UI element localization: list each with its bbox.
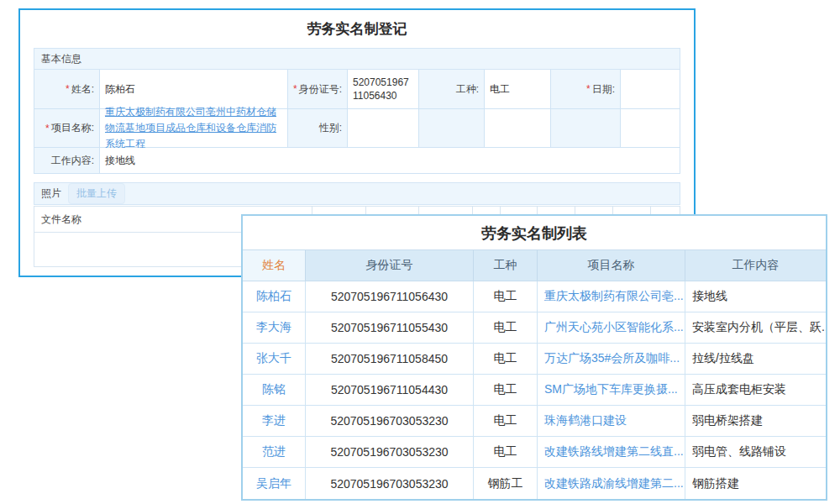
section-photo: 照片 批量上传: [34, 182, 680, 205]
worker-name-link[interactable]: 吴启年: [256, 476, 291, 491]
project-link[interactable]: 改建铁路成渝线增建第二...: [544, 476, 684, 491]
required-asterisk: *: [45, 123, 50, 134]
cell-name: 陈柏石: [243, 281, 306, 312]
id-number-value: 520705196711056430: [348, 70, 419, 109]
cell-name: 李大海: [243, 312, 306, 343]
required-asterisk: *: [293, 83, 297, 95]
page: 劳务实名制登记 基本信息 * 姓名: 陈柏石 * 身份证号: 520705196…: [0, 0, 840, 504]
section-basic-info: 基本信息: [34, 48, 680, 70]
project-link[interactable]: 重庆太极制药有限公司亳...: [544, 289, 684, 304]
name-label: * 姓名:: [34, 70, 100, 109]
cell-content: 拉线/拉线盘: [685, 344, 826, 374]
cell-name: 张大千: [243, 344, 306, 374]
empty-value-cell: [485, 109, 551, 148]
cell-id: 520705196711055430: [306, 312, 474, 343]
column-header-work-type: 工种: [474, 250, 538, 281]
cell-work-type: 电工: [474, 281, 538, 312]
cell-project: 重庆太极制药有限公司亳...: [538, 281, 685, 312]
table-row: 陈柏石 520705196711056430 电工 重庆太极制药有限公司亳...…: [243, 281, 826, 312]
column-header-content: 工作内容: [685, 250, 826, 281]
worker-name-link[interactable]: 陈柏石: [256, 289, 291, 304]
worker-name-link[interactable]: 李大海: [256, 320, 291, 335]
required-asterisk: *: [66, 83, 70, 95]
cell-work-type: 电工: [474, 437, 538, 467]
id-number-text: 520705196711056430: [353, 76, 413, 102]
project-name-label-text: 项目名称:: [51, 121, 94, 135]
cell-name: 李进: [243, 406, 306, 436]
worker-name-link[interactable]: 李进: [262, 413, 286, 428]
work-type-label: 工种:: [419, 70, 485, 109]
project-name-value: 重庆太极制药有限公司亳州中药材仓储物流基地项目成品仓库和设备仓库消防系统工程: [100, 109, 288, 148]
cell-id: 520705196703053230: [306, 437, 474, 467]
worker-name-link[interactable]: 陈铭: [262, 382, 286, 397]
cell-name: 吴启年: [243, 468, 306, 499]
cell-project: 万达广场35#会所及咖啡...: [538, 344, 685, 374]
list-title: 劳务实名制列表: [243, 216, 826, 249]
project-name-link[interactable]: 重庆太极制药有限公司亳州中药材仓储物流基地项目成品仓库和设备仓库消防系统工程: [105, 104, 282, 153]
cell-work-type: 电工: [474, 312, 538, 343]
empty-label-cell: [419, 109, 485, 148]
gender-value: [348, 109, 419, 148]
table-row: 范进 520705196703053230 电工 改建铁路线增建第二线直... …: [243, 437, 826, 468]
gender-label: 性别:: [288, 109, 348, 148]
cell-work-type: 电工: [474, 375, 538, 405]
required-asterisk: *: [586, 83, 591, 95]
table-row: 李大海 520705196711055430 电工 广州天心苑小区智能化系...…: [243, 312, 826, 344]
batch-upload-button[interactable]: 批量上传: [68, 183, 125, 204]
table-row: 吴启年 520705196703053230 钢筋工 改建铁路成渝线增建第二..…: [243, 468, 826, 499]
cell-work-type: 钢筋工: [474, 468, 538, 499]
column-header-name: 姓名: [243, 250, 306, 281]
empty-value-cell: [621, 109, 680, 148]
project-link[interactable]: 广州天心苑小区智能化系...: [544, 320, 684, 335]
cell-content: 接地线: [685, 281, 826, 312]
form-title: 劳务实名制登记: [20, 10, 694, 48]
cell-project: SM广场地下车库更换摄...: [538, 375, 685, 405]
work-type-value: 电工: [485, 70, 551, 109]
table-row: 李进 520705196703053230 电工 珠海鹤港口建设 弱电桥架搭建: [243, 406, 826, 437]
project-link[interactable]: 珠海鹤港口建设: [544, 413, 627, 428]
cell-name: 范进: [243, 437, 306, 467]
cell-project: 珠海鹤港口建设: [538, 406, 685, 436]
cell-project: 改建铁路线增建第二线直...: [538, 437, 685, 467]
id-number-label-text: 身份证号:: [299, 82, 342, 97]
work-content-value: 接地线: [100, 148, 680, 174]
cell-content: 弱电桥架搭建: [685, 406, 826, 436]
date-value: [621, 70, 680, 109]
project-link[interactable]: SM广场地下车库更换摄...: [544, 382, 678, 397]
project-link[interactable]: 万达广场35#会所及咖啡...: [544, 351, 680, 366]
table-row: 陈铭 520705196711054430 电工 SM广场地下车库更换摄... …: [243, 375, 826, 406]
cell-content: 钢筋搭建: [685, 468, 826, 499]
cell-work-type: 电工: [474, 344, 538, 374]
cell-project: 改建铁路成渝线增建第二...: [538, 468, 685, 499]
cell-name: 陈铭: [243, 375, 306, 405]
work-content-label: 工作内容:: [34, 148, 100, 174]
cell-id: 520705196711058450: [306, 344, 474, 374]
worker-name-link[interactable]: 张大千: [256, 351, 291, 366]
cell-content: 安装室内分机（平层、跃...: [685, 312, 826, 343]
project-name-label: * 项目名称:: [34, 109, 100, 148]
list-window: 劳务实名制列表 姓名 身份证号 工种 项目名称 工作内容 陈柏石 5207051…: [241, 214, 827, 501]
cell-content: 高压成套电柜安装: [685, 375, 826, 405]
name-label-text: 姓名:: [71, 82, 94, 97]
date-label-text: 日期:: [592, 82, 615, 97]
empty-label-cell: [551, 109, 621, 148]
date-label: * 日期:: [551, 70, 621, 109]
worker-name-link[interactable]: 范进: [262, 444, 286, 459]
column-header-id: 身份证号: [306, 250, 474, 281]
cell-id: 520705196711054430: [306, 375, 474, 405]
project-link[interactable]: 改建铁路线增建第二线直...: [544, 444, 684, 459]
cell-content: 弱电管、线路铺设: [685, 437, 826, 467]
table-row: 张大千 520705196711058450 电工 万达广场35#会所及咖啡..…: [243, 344, 826, 375]
cell-id: 520705196703053230: [306, 406, 474, 436]
cell-id: 520705196711056430: [306, 281, 474, 312]
basic-info-grid: * 姓名: 陈柏石 * 身份证号: 520705196711056430 工种:…: [34, 70, 680, 174]
cell-id: 520705196703053230: [306, 468, 474, 499]
photo-section-label: 照片: [41, 186, 61, 201]
list-header-row: 姓名 身份证号 工种 项目名称 工作内容: [243, 249, 826, 281]
cell-project: 广州天心苑小区智能化系...: [538, 312, 685, 343]
id-number-label: * 身份证号:: [288, 70, 348, 109]
column-header-project: 项目名称: [538, 250, 685, 281]
cell-work-type: 电工: [474, 406, 538, 436]
